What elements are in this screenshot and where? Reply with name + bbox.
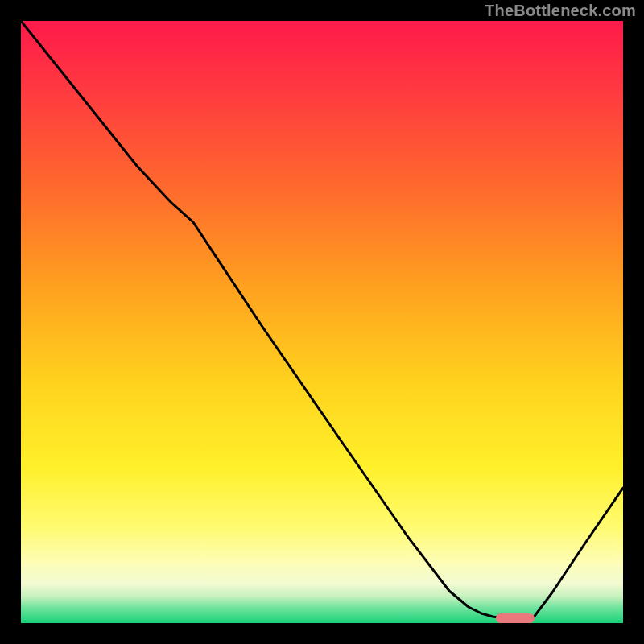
plot-area (21, 21, 623, 623)
bottleneck-curve (21, 21, 623, 623)
watermark-text: TheBottleneck.com (485, 2, 636, 20)
optimum-marker (496, 613, 535, 623)
chart-frame: TheBottleneck.com (0, 0, 644, 644)
